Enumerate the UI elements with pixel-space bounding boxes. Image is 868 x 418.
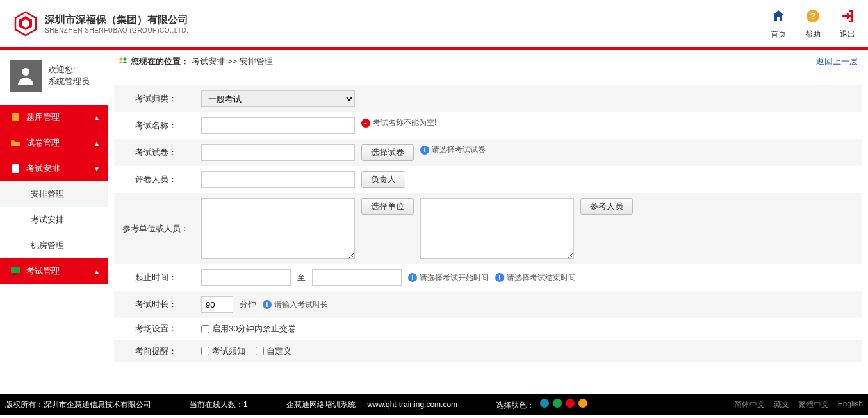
footer-system: 企慧通网络培训系统 — www.qht-training.com.com: [286, 399, 457, 410]
hint-end-time: 请选择考试结束时间: [507, 272, 576, 283]
info-icon: i: [495, 273, 504, 282]
nav-sub-room-manage[interactable]: 机房管理: [0, 233, 108, 258]
label-to: 至: [297, 272, 306, 283]
breadcrumb: 您现在的位置： 考试安排 >> 安排管理: [118, 55, 273, 67]
nav-question-bank[interactable]: 题库管理 ▲: [0, 104, 108, 130]
hint-select-paper: 请选择考试试卷: [432, 144, 486, 155]
nav-sub-arrange-manage[interactable]: 安排管理: [0, 181, 108, 207]
label-reviewer: 评卷人员：: [114, 166, 197, 193]
label-duration: 考试时长：: [114, 291, 197, 318]
label-minutes: 分钟: [240, 299, 256, 310]
info-icon: i: [263, 300, 272, 309]
custom-label: 自定义: [266, 346, 291, 357]
label-room: 考场设置：: [114, 318, 197, 340]
logout-label: 退出: [840, 29, 855, 40]
svg-rect-7: [11, 267, 20, 273]
hint-name-empty: 考试名称不能为空!: [373, 117, 436, 128]
owner-button[interactable]: 负责人: [361, 171, 405, 188]
svg-point-4: [22, 68, 29, 76]
users-icon: [118, 55, 128, 67]
monitor-icon: [10, 265, 21, 277]
category-select[interactable]: 一般考试: [201, 90, 355, 107]
select-paper-button[interactable]: 选择试卷: [361, 144, 414, 161]
welcome-block: 欢迎您: 系统管理员: [0, 50, 108, 104]
start-time-input[interactable]: [201, 269, 291, 286]
lang-tc[interactable]: 繁體中文: [798, 399, 829, 410]
skin-dot-red[interactable]: [566, 399, 575, 408]
company-name: 深圳市深福保（集团）有限公司: [45, 13, 189, 27]
help-label: 帮助: [805, 29, 821, 40]
forbid30-checkbox[interactable]: [201, 325, 209, 333]
end-time-input[interactable]: [312, 269, 402, 286]
label-timerange: 起止时间：: [114, 264, 197, 291]
reviewer-input[interactable]: [201, 171, 355, 188]
label-paper: 考试试卷：: [114, 139, 197, 166]
nav-sub-exam-arrange[interactable]: 考试安排: [0, 207, 108, 233]
hint-start-time: 请选择考试开始时间: [420, 272, 489, 283]
footer-skin: 选择肤色：: [496, 399, 587, 411]
skin-dot-teal[interactable]: [540, 399, 549, 408]
chevron-down-icon: ▼: [94, 165, 100, 172]
svg-point-9: [120, 58, 123, 61]
logout-icon: [840, 8, 855, 28]
folder-icon: [10, 137, 21, 149]
hint-duration: 请输入考试时长: [274, 299, 328, 310]
welcome-user: 系统管理员: [48, 76, 90, 87]
back-link[interactable]: 返回上一层: [816, 56, 858, 67]
footer-online: 当前在线人数：1: [190, 399, 248, 410]
nav-exam-manage[interactable]: 考试管理 ▲: [0, 258, 108, 284]
home-label: 首页: [771, 29, 786, 40]
svg-rect-5: [12, 113, 19, 121]
info-icon: i: [420, 146, 429, 155]
help-icon: ?: [805, 8, 821, 28]
exam-name-input[interactable]: [201, 117, 355, 134]
units-textarea[interactable]: [201, 198, 355, 259]
nav-paper-manage[interactable]: 试卷管理 ▲: [0, 130, 108, 156]
chevron-up-icon: ▲: [94, 140, 100, 147]
notice-checkbox[interactable]: [201, 347, 209, 355]
help-button[interactable]: ? 帮助: [805, 8, 821, 40]
home-icon: [771, 8, 786, 28]
svg-point-10: [124, 58, 127, 61]
lang-sc[interactable]: 简体中文: [734, 399, 765, 410]
select-unit-button[interactable]: 选择单位: [361, 198, 414, 215]
footer-copyright: 版权所有：深圳市企慧通信息技术有限公司: [5, 399, 151, 410]
exam-paper-input[interactable]: [201, 144, 355, 161]
svg-rect-8: [13, 274, 17, 275]
home-button[interactable]: 首页: [771, 8, 786, 40]
custom-checkbox[interactable]: [256, 347, 264, 355]
logo-area: 深圳市深福保（集团）有限公司 SHENZHEN SHENFUBAO (GROUP…: [13, 11, 189, 37]
label-name: 考试名称：: [114, 112, 197, 139]
chevron-up-icon: ▲: [94, 268, 100, 275]
label-units: 参考单位或人员：: [114, 193, 197, 264]
label-remind: 考前提醒：: [114, 340, 197, 363]
chevron-up-icon: ▲: [94, 114, 100, 121]
error-icon: -: [361, 119, 370, 128]
welcome-greet: 欢迎您:: [48, 64, 90, 76]
nav-exam-arrange[interactable]: 考试安排 ▼: [0, 156, 108, 181]
book-icon: [10, 112, 21, 123]
doc-icon: [10, 163, 21, 174]
company-sub: SHENZHEN SHENFUBAO (GROUP)CO.,LTD.: [45, 27, 189, 34]
lang-en[interactable]: English: [838, 399, 863, 410]
duration-input[interactable]: [201, 296, 233, 313]
avatar: [10, 60, 42, 92]
lang-tb[interactable]: 藏文: [774, 399, 789, 410]
company-logo-icon: [13, 11, 38, 37]
skin-dot-green[interactable]: [553, 399, 562, 408]
notice-label: 考试须知: [212, 346, 245, 357]
logout-button[interactable]: 退出: [840, 8, 855, 40]
select-person-button[interactable]: 参考人员: [580, 198, 633, 215]
skin-dot-orange[interactable]: [578, 399, 587, 408]
forbid30-label: 启用30分钟内禁止交卷: [212, 323, 296, 335]
persons-textarea[interactable]: [420, 198, 574, 259]
svg-text:?: ?: [810, 11, 816, 21]
info-icon: i: [408, 273, 417, 282]
label-category: 考试归类：: [114, 85, 197, 112]
svg-rect-6: [12, 164, 19, 173]
